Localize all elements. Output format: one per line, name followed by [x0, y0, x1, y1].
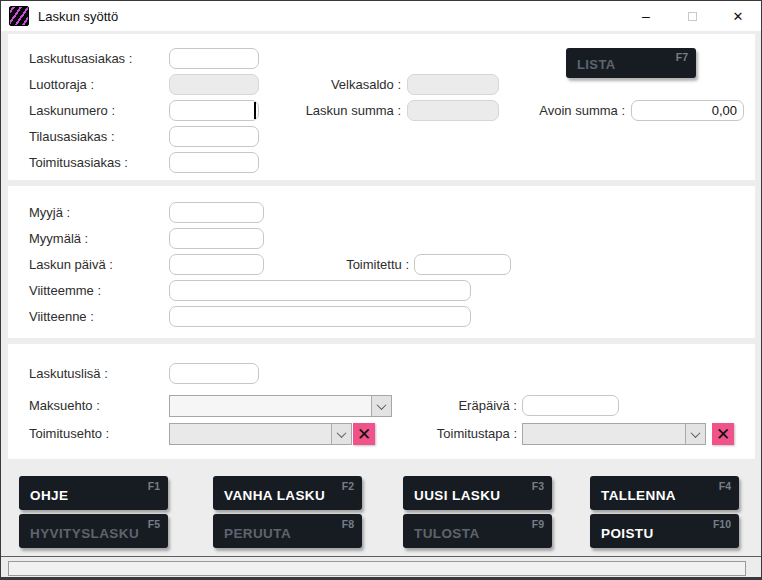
- laskutuslisa-input[interactable]: [169, 363, 259, 384]
- toimitustapa-label: Toimitustapa :: [381, 423, 517, 444]
- tulosta-fkey-label: F9: [532, 518, 544, 530]
- tulosta-button-label: TULOSTA: [414, 526, 480, 541]
- laskutusasiakas-label: Laskutusasiakas :: [29, 48, 132, 69]
- close-button[interactable]: ✕: [715, 1, 761, 31]
- toimitusasiakas-input[interactable]: [169, 152, 259, 173]
- maximize-button: [669, 1, 715, 31]
- ohje-fkey-label: F1: [148, 480, 160, 492]
- app-icon: [9, 6, 29, 26]
- laskunumero-input[interactable]: [169, 100, 259, 121]
- maximize-icon: [688, 12, 697, 21]
- toimitusehto-clear-button[interactable]: ✕: [353, 423, 375, 445]
- window-title: Laskun syöttö: [38, 9, 118, 24]
- toimitusasiakas-label: Toimitusasiakas :: [29, 152, 128, 173]
- toimitusehto-selected-value: [170, 424, 331, 444]
- poistu-button-label: POISTU: [601, 526, 654, 541]
- maksuehto-select[interactable]: [169, 395, 392, 417]
- details-section: Myyjä : Myymälä : Laskun päivä : Toimite…: [8, 186, 755, 338]
- toimitettu-label: Toimitettu :: [301, 254, 409, 275]
- uusi-lasku-fkey-label: F3: [532, 480, 544, 492]
- ohje-button-label: OHJE: [30, 488, 68, 503]
- vanha-lasku-button[interactable]: VANHA LASKU F2: [213, 476, 362, 510]
- poistu-fkey-label: F10: [713, 518, 731, 530]
- vanha-lasku-button-label: VANHA LASKU: [224, 488, 325, 503]
- toimitettu-input[interactable]: [414, 254, 511, 275]
- maksuehto-selected-value: [170, 396, 371, 416]
- laskutusasiakas-input[interactable]: [169, 48, 259, 69]
- myyja-label: Myyjä :: [29, 202, 70, 223]
- avoin-summa-input[interactable]: [631, 100, 744, 121]
- laskunumero-label: Laskunumero :: [29, 100, 115, 121]
- viitteenne-input[interactable]: [169, 306, 471, 327]
- minimize-button[interactable]: –: [623, 1, 669, 31]
- close-icon: ✕: [716, 426, 730, 443]
- velkasaldo-label: Velkasaldo :: [251, 74, 401, 95]
- toimitustapa-selected-value: [523, 424, 685, 444]
- lista-fkey-label: F7: [676, 51, 688, 63]
- lista-button-label: LISTA: [577, 57, 616, 72]
- myymala-label: Myymälä :: [29, 228, 88, 249]
- maksuehto-label: Maksuehto :: [29, 395, 100, 416]
- vanha-lasku-fkey-label: F2: [342, 480, 354, 492]
- velkasaldo-input: [407, 74, 499, 95]
- ohje-button[interactable]: OHJE F1: [19, 476, 168, 510]
- peruuta-button: PERUUTA F8: [213, 514, 362, 548]
- customer-section: Laskutusasiakas : Luottoraja : Laskunume…: [8, 34, 755, 180]
- luottoraja-label: Luottoraja :: [29, 74, 94, 95]
- toimitustapa-select: [522, 423, 706, 445]
- tilausasiakas-label: Tilausasiakas :: [29, 126, 115, 147]
- uusi-lasku-button-label: UUSI LASKU: [414, 488, 501, 503]
- close-icon: ✕: [357, 426, 371, 443]
- lista-button: LISTA F7: [566, 48, 696, 78]
- tallenna-button[interactable]: TALLENNA F4: [590, 476, 739, 510]
- hyvityslasku-button-label: HYVITYSLASKU: [30, 526, 139, 541]
- chevron-down-icon: [685, 424, 705, 444]
- hyvityslasku-fkey-label: F5: [148, 518, 160, 530]
- peruuta-button-label: PERUUTA: [224, 526, 291, 541]
- status-message: [8, 561, 746, 576]
- luottoraja-input: [169, 74, 259, 95]
- peruuta-fkey-label: F8: [342, 518, 354, 530]
- laskun-paiva-label: Laskun päivä :: [29, 254, 113, 275]
- laskun-paiva-input[interactable]: [169, 254, 264, 275]
- viitteemme-label: Viitteemme :: [29, 280, 101, 301]
- tulosta-button: TULOSTA F9: [403, 514, 552, 548]
- toimitusehto-label: Toimitusehto :: [29, 423, 109, 444]
- hyvityslasku-button: HYVITYSLASKU F5: [19, 514, 168, 548]
- erapaiva-input[interactable]: [522, 395, 619, 416]
- laskun-summa-label: Laskun summa :: [251, 100, 401, 121]
- erapaiva-label: Eräpäivä :: [381, 395, 517, 416]
- avoin-summa-label: Avoin summa :: [481, 100, 625, 121]
- myymala-input[interactable]: [169, 228, 264, 249]
- laskutuslisa-label: Laskutuslisä :: [29, 363, 108, 384]
- tallenna-button-label: TALLENNA: [601, 488, 676, 503]
- tilausasiakas-input[interactable]: [169, 126, 259, 147]
- status-bar: [1, 556, 761, 577]
- toimitustapa-clear-button[interactable]: ✕: [712, 423, 734, 445]
- window-controls: – ✕: [623, 1, 761, 31]
- uusi-lasku-button[interactable]: UUSI LASKU F3: [403, 476, 552, 510]
- invoice-entry-window: Laskun syöttö – ✕ Laskutusasiakas : Luot…: [0, 0, 762, 580]
- viitteenne-label: Viitteenne :: [29, 306, 94, 327]
- myyja-input[interactable]: [169, 202, 264, 223]
- tallenna-fkey-label: F4: [719, 480, 731, 492]
- chevron-down-icon: [331, 424, 351, 444]
- viitteemme-input[interactable]: [169, 280, 471, 301]
- poistu-button[interactable]: POISTU F10: [590, 514, 739, 548]
- terms-section: Laskutuslisä : Maksuehto : Eräpäivä : To…: [8, 344, 755, 459]
- toimitusehto-select: [169, 423, 352, 445]
- titlebar: Laskun syöttö – ✕: [1, 1, 761, 31]
